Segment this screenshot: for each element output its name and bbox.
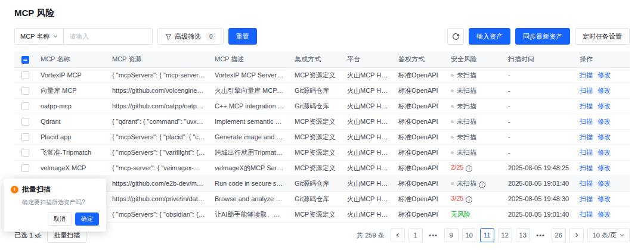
ops-cell: 扫描修改 bbox=[575, 160, 630, 176]
info-icon[interactable]: i bbox=[466, 196, 472, 203]
platform-cell: 火山MCP HUB bbox=[342, 145, 394, 160]
mcp-name-cell[interactable]: Placid.app bbox=[36, 129, 107, 145]
info-icon[interactable]: i bbox=[479, 182, 485, 188]
edit-action[interactable]: 修改 bbox=[597, 195, 611, 202]
ops-cell: 扫描修改 bbox=[575, 98, 630, 114]
scan-time-cell: 2025-08-05 19:01:40 bbox=[503, 176, 575, 191]
edit-action[interactable]: 修改 bbox=[597, 211, 611, 218]
risk-label: 未扫描 bbox=[457, 87, 476, 94]
mcp-resource-cell: https://github.com/privetin/dataset-view… bbox=[107, 191, 210, 207]
mcp-name-cell[interactable]: 向量库 MCP bbox=[36, 83, 107, 98]
scan-time-cell: - bbox=[503, 98, 575, 114]
risk-cell: 无风险 bbox=[446, 207, 503, 222]
mcp-name-cell[interactable]: VortexIP MCP bbox=[36, 67, 107, 83]
mcp-name-cell[interactable]: velmageX MCP bbox=[36, 160, 107, 176]
batch-scan-popconfirm: ! 批量扫描 确定要扫描所选资产吗? 取消 确定 bbox=[4, 179, 106, 232]
mcp-resource-cell: https://github.com/volcengine/mcp-server… bbox=[107, 83, 210, 98]
toolbar: MCP 名称 高级筛选 0 重置 输入资产 同步最新资产 定时任务设置 bbox=[0, 19, 644, 45]
mcp-desc-cell: 跨城出行就用Tripmatch... bbox=[210, 145, 290, 160]
reset-button[interactable]: 重置 bbox=[228, 28, 257, 45]
edit-action[interactable]: 修改 bbox=[597, 133, 611, 140]
edit-action[interactable]: 修改 bbox=[597, 102, 611, 110]
page-button[interactable]: 10 bbox=[462, 228, 476, 242]
edit-action[interactable]: 修改 bbox=[597, 87, 611, 94]
page-ellipsis: ••• bbox=[534, 228, 548, 242]
row-checkbox[interactable] bbox=[21, 87, 29, 95]
cancel-button[interactable]: 取消 bbox=[48, 212, 72, 226]
page-button[interactable]: 13 bbox=[516, 228, 530, 242]
col-header-resource: MCP 资源 bbox=[107, 52, 210, 67]
info-icon[interactable]: i bbox=[466, 165, 472, 172]
mcp-name-cell[interactable]: Qdrant bbox=[36, 114, 107, 129]
auth-cell: 标准OpenAPI bbox=[394, 83, 446, 98]
ops-cell: 扫描修改 bbox=[575, 191, 630, 207]
scan-action[interactable]: 扫描 bbox=[580, 118, 593, 125]
pagination: 共 259 条 1•••910111213•••26 10 条/页 bbox=[357, 228, 630, 242]
row-checkbox[interactable] bbox=[21, 102, 29, 110]
scan-action[interactable]: 扫描 bbox=[580, 87, 593, 94]
integration-cell: MCP资源定义 bbox=[290, 67, 342, 83]
row-checkbox[interactable] bbox=[21, 149, 29, 157]
edit-action[interactable]: 修改 bbox=[597, 71, 611, 79]
edit-action[interactable]: 修改 bbox=[597, 164, 611, 171]
edit-action[interactable]: 修改 bbox=[597, 180, 611, 187]
platform-cell: 火山MCP HUB bbox=[342, 191, 394, 207]
auth-cell: 标准OpenAPI bbox=[394, 98, 446, 114]
page-button[interactable]: 9 bbox=[444, 228, 459, 242]
integration-cell: MCP资源定义 bbox=[290, 207, 342, 222]
import-assets-button[interactable]: 输入资产 bbox=[469, 28, 510, 45]
row-checkbox[interactable] bbox=[21, 133, 29, 141]
scan-action[interactable]: 扫描 bbox=[580, 71, 593, 79]
scan-action[interactable]: 扫描 bbox=[580, 149, 593, 156]
platform-cell: 火山MCP HUB bbox=[342, 114, 394, 129]
popconfirm-title: 批量扫描 bbox=[22, 185, 51, 195]
page-button[interactable]: 1 bbox=[408, 228, 423, 242]
mcp-resource-cell: { "mcpServers": { "obsidian": { "command… bbox=[107, 207, 210, 222]
row-checkbox[interactable] bbox=[21, 118, 29, 126]
next-page-button[interactable] bbox=[569, 228, 584, 242]
page-button[interactable]: 26 bbox=[552, 228, 566, 242]
page-size-select[interactable]: 10 条/页 bbox=[587, 228, 630, 242]
risk-cell: 未扫描 bbox=[446, 98, 503, 114]
page-button[interactable]: 11 bbox=[480, 228, 494, 242]
edit-action[interactable]: 修改 bbox=[597, 118, 611, 125]
table-body: VortexIP MCP{ "mcpServers": { "mcp-serve… bbox=[14, 67, 630, 222]
scan-action[interactable]: 扫描 bbox=[580, 102, 593, 110]
task-settings-button[interactable]: 定时任务设置 bbox=[575, 28, 630, 45]
scan-action[interactable]: 扫描 bbox=[580, 180, 593, 187]
risk-cell: 未扫描 bbox=[446, 67, 503, 83]
sync-assets-button[interactable]: 同步最新资产 bbox=[515, 28, 570, 45]
platform-cell: 火山MCP HUB bbox=[342, 129, 394, 145]
mcp-resource-cell: https://github.com/e2b-dev/mcp-server@ma… bbox=[107, 176, 210, 191]
confirm-button[interactable]: 确定 bbox=[75, 212, 99, 226]
scan-action[interactable]: 扫描 bbox=[580, 195, 593, 202]
platform-cell: 火山MCP HUB bbox=[342, 83, 394, 98]
mcp-risk-table: MCP 名称 MCP 资源 MCP 描述 集成方式 平台 鉴权方式 安全风险 扫… bbox=[14, 52, 630, 223]
mcp-desc-cell: 让AI助手能够读取、创... bbox=[210, 207, 290, 222]
col-header-risk: 安全风险 bbox=[446, 52, 503, 67]
refresh-button[interactable] bbox=[447, 28, 464, 45]
status-dot-icon bbox=[451, 105, 454, 108]
mcp-desc-cell: C++ MCP integration for... bbox=[210, 98, 290, 114]
auth-cell: 标准OpenAPI bbox=[394, 176, 446, 191]
scan-action[interactable]: 扫描 bbox=[580, 133, 593, 140]
search-field-select[interactable]: MCP 名称 bbox=[15, 29, 64, 44]
risk-label: 未扫描 bbox=[457, 102, 476, 110]
row-checkbox[interactable] bbox=[21, 164, 29, 172]
risk-score: 2/25 bbox=[451, 164, 463, 171]
prev-page-button[interactable] bbox=[391, 228, 405, 242]
platform-cell: 火山MCP HUB bbox=[342, 176, 394, 191]
edit-action[interactable]: 修改 bbox=[597, 149, 611, 156]
select-all-checkbox[interactable] bbox=[21, 56, 29, 64]
popconfirm-message: 确定要扫描所选资产吗? bbox=[22, 198, 99, 207]
platform-cell: 火山MCP HUB bbox=[342, 160, 394, 176]
row-checkbox[interactable] bbox=[21, 71, 29, 79]
platform-cell: 火山MCP HUB bbox=[342, 207, 394, 222]
advanced-filter-button[interactable]: 高级筛选 0 bbox=[157, 28, 224, 45]
scan-time-cell: - bbox=[503, 83, 575, 98]
page-button[interactable]: 12 bbox=[498, 228, 512, 242]
scan-action[interactable]: 扫描 bbox=[580, 211, 593, 218]
search-input[interactable] bbox=[64, 33, 152, 40]
table-row: velmageX MCP{ "mcp-server": { "veimagex-… bbox=[14, 160, 630, 176]
scan-action[interactable]: 扫描 bbox=[580, 164, 593, 171]
